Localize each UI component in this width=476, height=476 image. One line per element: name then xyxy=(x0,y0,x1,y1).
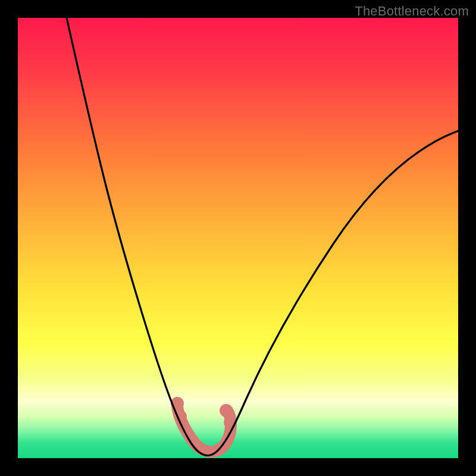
plot-area xyxy=(18,18,458,458)
chart-frame: TheBottleneck.com xyxy=(0,0,476,476)
svg-point-3 xyxy=(220,404,233,417)
curve-layer xyxy=(18,18,458,458)
bottleneck-curve xyxy=(67,18,458,455)
watermark-text: TheBottleneck.com xyxy=(355,4,469,19)
